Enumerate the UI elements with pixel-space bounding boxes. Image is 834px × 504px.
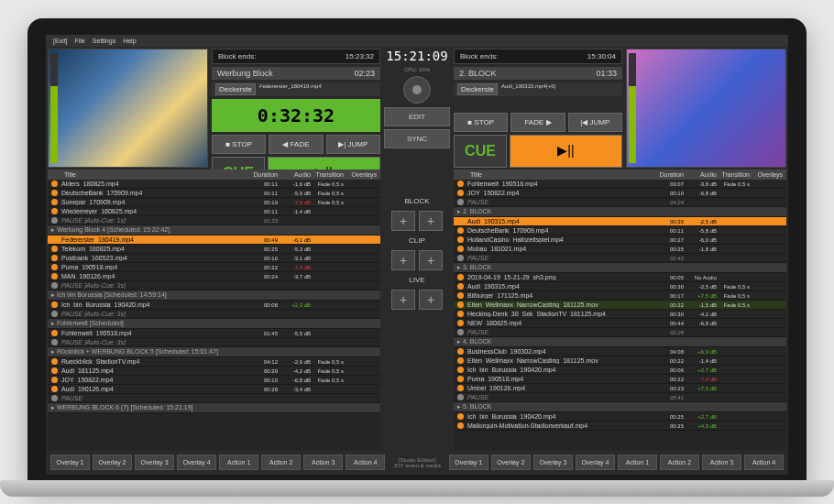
edit-button[interactable]: EDIT — [384, 107, 450, 126]
action-button-2[interactable]: Action 2 — [660, 455, 699, 470]
clip-icon — [457, 292, 464, 299]
playlist-row[interactable]: Rueckblick_StadionTV.mp404:12-2,6 dBFade… — [48, 357, 380, 367]
add-clip-a[interactable]: + — [391, 250, 415, 270]
block-header[interactable]: ▸ Ich bin Borussia [Scheduled: 14:59:14] — [48, 290, 380, 301]
pause-icon — [457, 255, 464, 261]
action-button-3[interactable]: Action 3 — [702, 455, 741, 470]
action-button-4[interactable]: Action 4 — [744, 455, 784, 470]
playlist-row[interactable]: PAUSE [Auto-Cue: 3s] — [48, 338, 380, 347]
block-header[interactable]: ▸ 4. BLOCK — [454, 337, 786, 347]
playlist-row[interactable]: PAUSE02:28 — [454, 328, 786, 337]
playlist-row[interactable]: Ich_bin_Borussia_190420.mp400:06+2,7 dB — [454, 366, 786, 375]
overlay-button-3[interactable]: Overlay 3 — [533, 455, 573, 470]
preview-b[interactable] — [626, 49, 786, 168]
playlist-row[interactable]: Wiedemeyer_180825.mp400:11-1,4 dB — [48, 207, 380, 216]
sync-button[interactable]: SYNC — [384, 129, 450, 148]
master-clock: 15:21:09 — [386, 49, 447, 63]
clip-icon — [51, 190, 58, 196]
clip-icon — [51, 386, 58, 392]
playlist-row[interactable]: PAUSE [Auto-Cue: 3s] — [48, 281, 380, 290]
deck-a-fade[interactable]: ◀ FADE — [269, 135, 323, 154]
menu-settings[interactable]: Settings — [93, 38, 115, 44]
playlist-row[interactable]: JOY_150822.mp400:10-6,8 dB — [454, 189, 786, 198]
block-header[interactable]: ▸ Rückblick + WERBUNG BLOCK 5 [Scheduled… — [48, 347, 380, 357]
playlist-row[interactable]: Mobau_181021.mp400:25-1,8 dB — [454, 245, 786, 254]
playlist-row[interactable]: Bitburger_171125.mp400:17+7,5 dBFade 0,5… — [454, 291, 786, 301]
playlist-row[interactable]: Umbel_190126.mp400:23+7,5 dB — [454, 384, 786, 393]
playlist-row[interactable]: PAUSE01:42 — [454, 254, 786, 263]
action-button-3[interactable]: Action 3 — [303, 455, 343, 470]
overlay-button-2[interactable]: Overlay 2 — [491, 455, 531, 470]
playlist-row[interactable]: Hecking-Denk_30_Sek_StadionTV_181125.mp4… — [454, 310, 786, 319]
playlist-row[interactable]: DeutscheBank_170909.mp400:11-5,9 dBFade … — [48, 189, 380, 198]
playlist-row[interactable]: PAUSE [Auto-Cue: 1s]01:33 — [48, 216, 380, 225]
playlist-row[interactable]: Telekom_180825.mp400:25-5,3 dB — [48, 245, 380, 254]
menu-help[interactable]: Help — [123, 38, 136, 44]
playlist-row[interactable]: NEW_180825.mp400:44-6,8 dB — [454, 319, 786, 328]
overlay-button-4[interactable]: Overlay 4 — [177, 455, 216, 470]
menu-file[interactable]: File — [75, 38, 85, 44]
menu-exit[interactable]: [Exit] — [53, 38, 68, 44]
playlist-row[interactable]: Elten_Wellmaxx_NarrowCasting_181125.mov0… — [454, 301, 786, 310]
deck-b-stop[interactable]: ■ STOP — [454, 113, 508, 132]
playlist-row[interactable]: Audi_190315.mp400:30-2,5 dBFade 0,5 s — [454, 282, 786, 291]
add-live-a[interactable]: + — [391, 290, 415, 310]
block-header[interactable]: ▸ 2. BLOCK — [454, 207, 786, 217]
playlist-row[interactable]: Ich_bin_Borussia_190420.mp400:25+2,7 dB — [454, 412, 786, 422]
preview-a[interactable] — [48, 49, 208, 168]
playlist-row[interactable]: Postbank_160523.mp400:16-3,1 dB — [48, 254, 380, 263]
deck-b-controls: Block ends:15:30:04 2. BLOCK01:33 Decker… — [454, 49, 622, 168]
playlist-row[interactable]: Alders_180825.mp400:11-1,6 dBFade 0,5 s — [48, 180, 380, 189]
playlist-row[interactable]: Puma_190518.mp400:22-7,4 dB — [48, 263, 380, 272]
pause-icon — [51, 282, 58, 289]
playlist-row[interactable]: Fohlenwelt_190518.mp403:07-3,8 dBFade 0,… — [454, 180, 786, 189]
playlist-row[interactable]: Audi_190126.mp400:28-3,4 dB — [48, 385, 380, 394]
action-button-2[interactable]: Action 2 — [261, 455, 301, 470]
playlist-row[interactable]: Sonepar_170909.mp400:19-7,9 dBFade 0,5 s — [48, 198, 380, 207]
playlist-row[interactable]: PAUSE [Auto-Cue: 3s] — [48, 310, 380, 319]
playlist-row[interactable]: Audi_190315.mp400:30-2,5 dB — [454, 217, 786, 226]
block-header[interactable]: ▸ 5. BLOCK — [454, 402, 786, 412]
deck-a-jump[interactable]: ▶| JUMP — [326, 135, 380, 154]
record-button[interactable] — [403, 76, 431, 104]
playlist-row[interactable]: Federerster_180419.mp400:49-6,1 dB — [48, 236, 380, 245]
playlist-row[interactable]: JOY_150822.mp400:10-6,8 dBFade 0,5 s — [48, 376, 380, 385]
deck-a-controls: Block ends:15:23:32 Werbung Block02:23 D… — [212, 49, 380, 168]
block-header[interactable]: ▸ WERBUNG BLOCK 6 (7) [Scheduled: 15:21:… — [48, 403, 380, 413]
deck-b-jump[interactable]: |◀ JUMP — [568, 113, 622, 132]
cpu-meter: CPU: 10% — [404, 67, 430, 72]
playlist-row[interactable]: MAN_190126.mp400:24-3,7 dB — [48, 272, 380, 281]
deck-b-cue[interactable]: CUE — [454, 135, 507, 168]
playlist-row[interactable]: Puma_190518.mp400:22-7,4 dB — [454, 375, 786, 384]
playlist-row[interactable]: Ich_bin_Borussia_190420.mp400:08+2,3 dB — [48, 301, 380, 310]
playlist-row[interactable]: Audi_181125.mp400:29-4,2 dBFade 0,5 s — [48, 367, 380, 376]
block-header[interactable]: ▸ Werbung Block 4 [Scheduled: 15:22:42] — [48, 225, 380, 236]
playlist-row[interactable]: PAUSE05:41 — [454, 393, 786, 402]
add-block-b[interactable]: + — [419, 211, 443, 231]
playlist-row[interactable]: Mallorquin-Motivation-Stadionverkauf.mp4… — [454, 422, 786, 431]
add-block-a[interactable]: + — [391, 211, 415, 231]
action-button-1[interactable]: Action 1 — [618, 455, 657, 470]
playlist-row[interactable]: PAUSE — [48, 394, 380, 403]
playlist-row[interactable]: 2019-04-19_15-21-29_sh3.png00:05No Audio — [454, 273, 786, 282]
overlay-button-2[interactable]: Overlay 2 — [93, 455, 132, 470]
playlist-row[interactable]: PAUSE04:24 — [454, 198, 786, 207]
deck-a-stop[interactable]: ■ STOP — [212, 135, 266, 154]
overlay-button-1[interactable]: Overlay 1 — [50, 455, 90, 470]
overlay-button-1[interactable]: Overlay 1 — [449, 455, 488, 470]
deck-b-play[interactable]: ▶|| — [510, 135, 622, 168]
action-button-1[interactable]: Action 1 — [219, 455, 258, 470]
playlist-row[interactable]: Fohlenwelt_190518.mp401:45-5,5 dB — [48, 329, 380, 338]
playlist-row[interactable]: BusinessClub_190302.mp404:08+6,0 dB — [454, 347, 786, 356]
overlay-button-3[interactable]: Overlay 3 — [135, 455, 174, 470]
playlist-row[interactable]: Elten_Wellmaxx_NarrowCasting_181125.mov0… — [454, 356, 786, 366]
deck-b-fade[interactable]: FADE ▶ — [510, 113, 565, 132]
playlist-row[interactable]: HollandCasino_Halbzeitspiel.mp400:27-6,0… — [454, 236, 786, 245]
add-live-b[interactable]: + — [419, 290, 443, 310]
block-header[interactable]: ▸ Fohlenwelt [Scheduled] — [48, 319, 380, 329]
block-header[interactable]: ▸ 3. BLOCK — [454, 263, 786, 273]
playlist-row[interactable]: DeutscheBank_170909.mp400:11-5,8 dB — [454, 226, 786, 236]
action-button-4[interactable]: Action 4 — [346, 455, 385, 470]
overlay-button-4[interactable]: Overlay 4 — [576, 455, 615, 470]
add-clip-b[interactable]: + — [419, 250, 443, 270]
